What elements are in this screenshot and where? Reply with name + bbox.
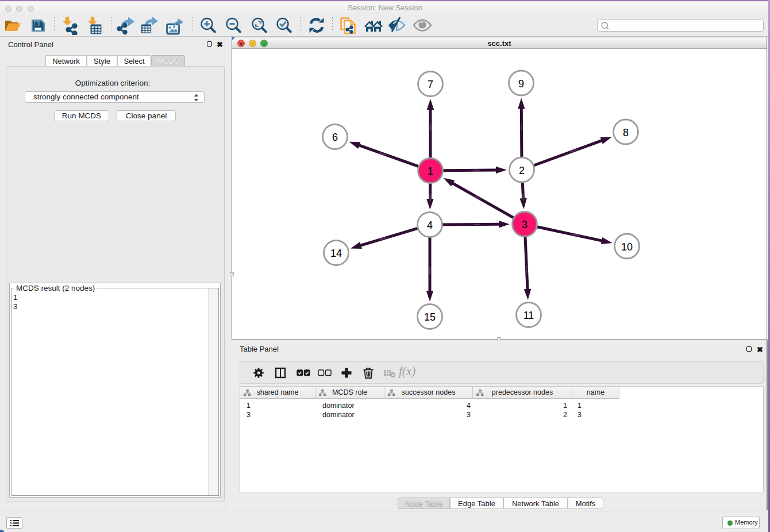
- svg-text:3: 3: [522, 219, 528, 230]
- svg-text:7: 7: [428, 79, 433, 90]
- svg-text:1: 1: [428, 165, 433, 177]
- svg-text:6: 6: [332, 132, 338, 143]
- svg-text:4: 4: [427, 219, 433, 231]
- svg-text:11: 11: [523, 310, 534, 321]
- svg-text:2: 2: [519, 165, 525, 176]
- svg-text:10: 10: [621, 241, 633, 253]
- svg-text:9: 9: [518, 78, 524, 90]
- svg-text:8: 8: [623, 127, 629, 138]
- svg-text:14: 14: [330, 248, 342, 259]
- svg-text:15: 15: [424, 311, 436, 323]
